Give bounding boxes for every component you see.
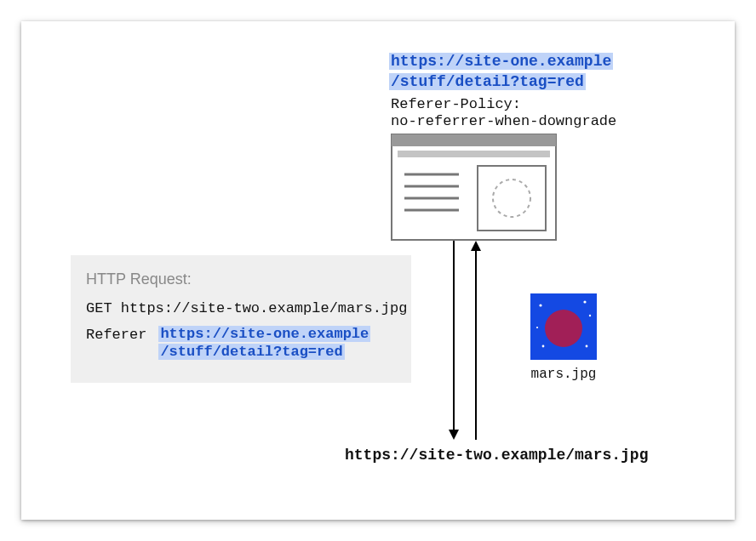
svg-rect-2 — [398, 151, 550, 157]
svg-point-11 — [539, 304, 541, 306]
http-referer-url: https://site-one.example /stuff/detail?t… — [158, 325, 370, 362]
svg-rect-1 — [392, 134, 556, 146]
mars-image-icon — [530, 293, 597, 360]
http-request-title: HTTP Request: — [86, 270, 396, 288]
diagram-canvas: https://site-one.example /stuff/detail?t… — [21, 21, 735, 520]
referer-url-line2: /stuff/detail?tag=red — [158, 344, 344, 360]
mars-image-thumbnail: mars.jpg — [530, 293, 597, 382]
svg-point-16 — [536, 327, 538, 328]
destination-url: https://site-two.example/mars.jpg — [345, 447, 648, 464]
request-response-arrows — [438, 241, 490, 447]
http-get-line: GET https://site-two.example/mars.jpg — [86, 300, 396, 316]
svg-point-15 — [586, 345, 588, 348]
mars-image-label: mars.jpg — [530, 367, 597, 382]
svg-point-13 — [589, 315, 591, 316]
svg-point-12 — [583, 300, 586, 303]
source-url-line1: https://site-one.example — [389, 53, 613, 70]
svg-point-8 — [493, 179, 530, 217]
source-url: https://site-one.example /stuff/detail?t… — [389, 51, 613, 91]
http-referer-label: Referer — [86, 325, 146, 343]
referer-policy-label: Referer-Policy: no-referrer-when-downgra… — [391, 96, 616, 131]
http-referer-row: Referer https://site-one.example /stuff/… — [86, 325, 396, 362]
http-request-box: HTTP Request: GET https://site-two.examp… — [71, 255, 411, 383]
svg-point-10 — [545, 310, 582, 347]
svg-rect-7 — [478, 166, 546, 231]
source-url-line2: /stuff/detail?tag=red — [389, 73, 586, 90]
referer-url-line1: https://site-one.example — [158, 326, 370, 342]
browser-window-icon — [391, 134, 557, 241]
svg-point-14 — [542, 345, 545, 348]
